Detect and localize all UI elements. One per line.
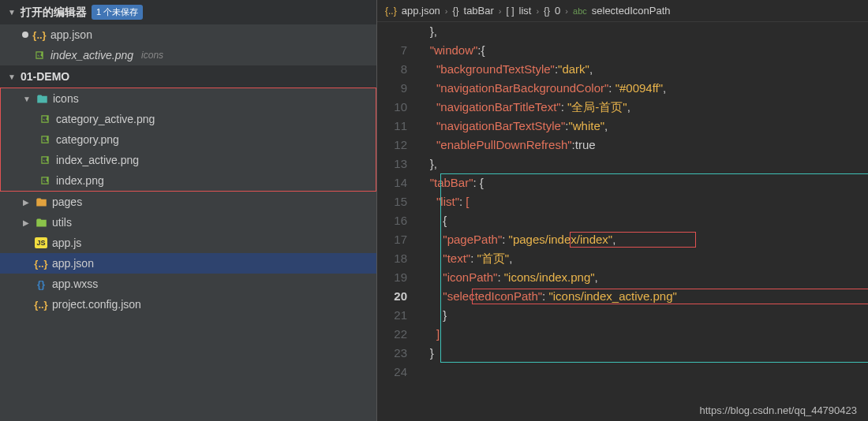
file-hint: icons <box>141 50 163 61</box>
code-text: "white" <box>568 119 604 132</box>
tree-folder-pages[interactable]: ▶ pages <box>0 192 376 212</box>
sidebar: ▼ 打开的编辑器 1 个未保存 {..} app.json index_acti… <box>0 0 377 421</box>
code-text: "navigationBarTextStyle" <box>436 119 565 132</box>
object-icon: {} <box>544 6 550 17</box>
file-name: index.png <box>56 174 104 187</box>
folder-name: pages <box>52 196 82 208</box>
code-text: "dark" <box>558 62 589 76</box>
code-text: "navigationBarBackgroundColor" <box>436 81 608 95</box>
tree-file[interactable]: category_active.png <box>1 109 376 129</box>
project-name: 01-DEMO <box>21 70 69 83</box>
code-text: "enablePullDownRefresh" <box>436 138 572 151</box>
chevron-down-icon: ▼ <box>8 8 16 17</box>
json-icon: {..} <box>385 6 397 17</box>
tree-folder-utils[interactable]: ▶ utils <box>0 212 376 233</box>
tree-file[interactable]: category.png <box>1 129 376 150</box>
file-name: index_active.png <box>56 154 139 166</box>
chevron-right-icon: › <box>536 6 539 16</box>
open-editors-header[interactable]: ▼ 打开的编辑器 1 个未保存 <box>0 0 376 24</box>
image-icon <box>39 154 51 166</box>
js-icon: JS <box>35 237 47 248</box>
chevron-right-icon: › <box>565 6 568 16</box>
watermark: https://blog.csdn.net/qq_44790423 <box>700 404 858 416</box>
folder-icon <box>35 216 47 229</box>
folder-icon <box>36 92 48 105</box>
code-text: "navigationBarTitleText" <box>436 100 561 114</box>
object-icon: {} <box>453 6 459 17</box>
code-text: "pagePath" <box>443 233 502 246</box>
open-editors-label: 打开的编辑器 <box>21 6 87 20</box>
file-name: app.js <box>52 237 81 249</box>
breadcrumb-file: app.json <box>402 5 440 17</box>
gutter: 78910 11121314 15161718 19202122 2324 <box>377 22 417 421</box>
string-icon: abc <box>573 6 587 16</box>
code-text: "pages/index/index" <box>509 233 613 246</box>
open-editor-item[interactable]: {..} app.json <box>0 24 376 45</box>
code-text: "首页" <box>477 251 510 265</box>
image-icon <box>39 174 51 187</box>
code-text: "list" <box>436 195 459 208</box>
code-text: "window" <box>430 43 478 57</box>
code-text: true <box>575 138 596 151</box>
code-area[interactable]: 78910 11121314 15161718 19202122 2324 },… <box>377 22 868 421</box>
image-icon <box>39 133 51 146</box>
file-name: category_active.png <box>56 113 155 125</box>
open-editors-list: {..} app.json index_active.png icons <box>0 24 376 65</box>
code-text: "text" <box>443 251 470 265</box>
folder-icon <box>35 196 47 208</box>
tree-file[interactable]: {..} project.config.json <box>0 294 376 315</box>
breadcrumb-segment: list <box>519 5 532 17</box>
json-icon: {..} <box>35 298 47 311</box>
image-icon <box>33 49 46 61</box>
tree-file[interactable]: {} app.wxss <box>0 274 376 294</box>
code-text: "iconPath" <box>443 270 497 284</box>
code-text: "#0094ff" <box>615 81 663 95</box>
chevron-right-icon: ▶ <box>22 198 30 207</box>
tree-file-active[interactable]: {..} app.json <box>0 253 376 274</box>
chevron-right-icon: › <box>445 6 448 16</box>
breadcrumb-segment: 0 <box>555 5 560 17</box>
file-name: category.png <box>56 133 119 146</box>
modified-dot-icon <box>22 32 28 38</box>
tree-file[interactable]: index.png <box>1 170 376 191</box>
tree-file[interactable]: JS app.js <box>0 233 376 253</box>
code-lines: }, "window":{ "backgroundTextStyle":"dar… <box>417 22 868 421</box>
chevron-down-icon: ▼ <box>8 73 16 81</box>
code-text: "icons/index.png" <box>504 270 595 284</box>
breadcrumb-segment: tabBar <box>464 5 494 17</box>
array-icon: [ ] <box>507 6 514 17</box>
file-name: project.config.json <box>52 298 141 311</box>
project-header[interactable]: ▼ 01-DEMO <box>0 65 376 88</box>
chevron-down-icon: ▼ <box>23 95 31 103</box>
code-text: }, <box>417 24 437 38</box>
file-name: app.json <box>51 28 92 41</box>
file-name: app.wxss <box>52 278 98 290</box>
file-name: app.json <box>52 257 94 270</box>
code-text: "tabBar" <box>430 176 473 189</box>
chevron-right-icon: › <box>499 6 502 16</box>
editor: {..} app.json › {} tabBar › [ ] list › {… <box>377 0 868 421</box>
folder-name: icons <box>53 92 79 105</box>
json-icon: {..} <box>35 257 47 270</box>
open-editor-item[interactable]: index_active.png icons <box>0 45 376 65</box>
breadcrumb[interactable]: {..} app.json › {} tabBar › [ ] list › {… <box>377 0 868 22</box>
code-text: "backgroundTextStyle" <box>436 62 555 76</box>
tree-folder-icons[interactable]: ▼ icons <box>1 88 376 109</box>
image-icon <box>39 113 51 125</box>
code-text: "icons/index_active.png" <box>548 289 676 303</box>
chevron-right-icon: ▶ <box>22 218 30 227</box>
code-text: "selectedIconPath" <box>443 289 542 303</box>
breadcrumb-segment: selectedIconPath <box>592 5 671 17</box>
tree-file[interactable]: index_active.png <box>1 150 376 170</box>
file-tree: ▼ icons category_active.png category.png… <box>0 88 376 315</box>
unsaved-badge: 1 个未保存 <box>92 5 143 20</box>
json-icon: {..} <box>33 28 46 41</box>
highlight-box-icons: ▼ icons category_active.png category.png… <box>0 88 376 192</box>
wxss-icon: {} <box>35 278 47 290</box>
folder-name: utils <box>52 216 72 229</box>
code-text: "全局-首页" <box>567 100 627 114</box>
file-name: index_active.png <box>51 49 133 61</box>
